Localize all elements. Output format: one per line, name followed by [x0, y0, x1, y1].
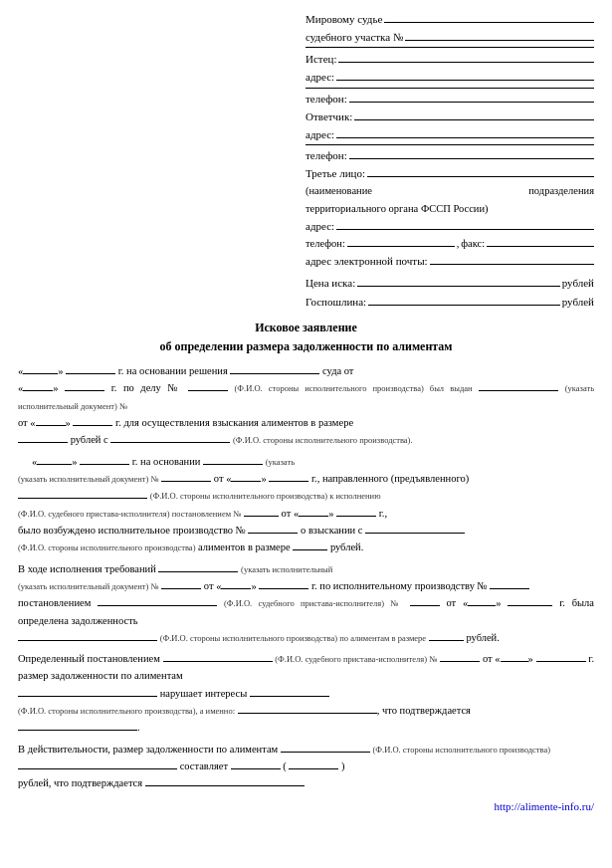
- judge-fill: [384, 22, 594, 23]
- p1-12: г. для осуществления взыскания алиментов…: [115, 417, 353, 428]
- p2-7: г., направленного (предъявленного): [311, 473, 469, 484]
- p3-exec: [158, 571, 238, 572]
- price-suffix: рублей: [562, 274, 594, 292]
- p2-15: (Ф.И.О. стороны исполнительного производ…: [18, 542, 195, 552]
- link-block[interactable]: http://alimente-info.ru/: [18, 800, 594, 812]
- p2-ipno: [248, 533, 298, 534]
- p5-4: (: [283, 760, 287, 771]
- p2-11: »: [328, 508, 333, 519]
- phone2-label: телефон:: [306, 146, 347, 164]
- p2-8: (Ф.И.О. стороны исполнительного производ…: [150, 491, 381, 501]
- p3-7: (Ф.И.О. судебного пристава-исполнителя) …: [224, 598, 403, 608]
- p5-6: рублей, что подтверждается: [18, 777, 142, 788]
- district-fill: [405, 40, 594, 41]
- header-row-plaintiff: Истец:: [306, 50, 594, 68]
- p2-quote2: »: [72, 456, 77, 467]
- address2-fill: [336, 137, 594, 138]
- p2-12: г.,: [379, 508, 387, 519]
- paragraph3: В ходе исполнения требований (указать ис…: [18, 560, 594, 647]
- price-fill: [357, 286, 559, 287]
- p1-5: «: [18, 382, 23, 393]
- naming-label: (наименование: [306, 182, 372, 199]
- third-label: Третье лицо:: [306, 164, 365, 182]
- p4-confirm: [18, 730, 137, 731]
- p4-year: [536, 661, 586, 662]
- p4-person: [163, 661, 273, 662]
- p2-day2: [231, 481, 261, 482]
- p5-amount: [231, 768, 281, 769]
- p1-year3: [73, 425, 112, 426]
- p3-day: [221, 588, 251, 589]
- p1-14: (Ф.И.О. стороны исполнительного производ…: [233, 435, 413, 445]
- p3-postno: [410, 605, 440, 606]
- defendant-label: Ответчик:: [306, 108, 352, 125]
- p4-2: (Ф.И.О. судебного пристава-исполнителя) …: [275, 654, 437, 664]
- duty-label: Госпошлина:: [306, 293, 366, 311]
- p3-3: от «: [204, 580, 222, 591]
- paragraph1: «» г. на основании решения суда от «» г.…: [18, 362, 594, 449]
- header-block: Мировому судье судебного участка № Истец…: [306, 10, 594, 270]
- p2-person2: [365, 533, 465, 534]
- email-fill: [430, 264, 594, 265]
- email-label: адрес электронной почты:: [306, 252, 428, 270]
- fax-label: факс:: [461, 235, 485, 252]
- p2-basis: [203, 464, 263, 465]
- p4-day: [501, 661, 528, 662]
- header-row-address3: адрес:: [306, 217, 594, 235]
- title-block: Исковое заявление об определении размера…: [18, 319, 594, 356]
- comma: ,: [457, 235, 460, 252]
- p3-amount: [429, 640, 464, 641]
- p3-2: (указать исполнительный документ) №: [18, 581, 159, 591]
- p3-6: постановлением: [18, 597, 91, 608]
- p4-8: нарушает интересы: [160, 688, 248, 699]
- title-line2: об определении размера задолженности по …: [18, 337, 594, 356]
- p1-10: от «: [18, 417, 36, 428]
- header-row-judge: Мировому судье: [306, 10, 594, 28]
- duty-suffix: рублей: [562, 293, 594, 311]
- p4-1: Определенный постановлением: [18, 653, 160, 664]
- territorial-row: территориального органа ФССП России): [306, 200, 594, 217]
- p5-3: составляет: [180, 760, 228, 771]
- p2-postno: [244, 516, 279, 517]
- p2-amount: [293, 549, 327, 550]
- price-block: Цена иска: рублей Госпошлина: рублей: [306, 274, 594, 310]
- phone3-label: телефон:: [306, 235, 345, 252]
- header-row-district: судебного участка №: [306, 28, 594, 46]
- site-link[interactable]: http://alimente-info.ru/: [494, 800, 594, 812]
- price-label: Цена иска:: [306, 274, 355, 292]
- p1-7: г. по делу №: [111, 382, 182, 393]
- p2-5: от «: [214, 473, 232, 484]
- p1-day3: [36, 425, 66, 426]
- p3-4: »: [251, 580, 256, 591]
- p1-13: рублей с: [71, 434, 108, 445]
- district-label: судебного участка №: [306, 28, 403, 46]
- p1-day: [23, 373, 58, 374]
- p5-1: В действительности, размер задолженности…: [18, 744, 278, 755]
- header-row-phone1: телефон:: [306, 90, 594, 108]
- p2-quote1: «: [32, 456, 37, 467]
- p2-year2: [269, 481, 308, 482]
- p2-year: [80, 464, 129, 465]
- page: Мировому судье судебного участка № Истец…: [0, 0, 612, 868]
- p5-2: (Ф.И.О. стороны исполнительного производ…: [373, 745, 550, 755]
- p4-namely: [238, 713, 377, 714]
- address1-fill: [336, 80, 594, 81]
- p2-4-label: (указать: [266, 457, 295, 467]
- plaintiff-label: Истец:: [306, 50, 336, 68]
- p2-day3: [299, 516, 328, 517]
- p1-person: [110, 442, 230, 443]
- p4-6: (Ф.И.О. стороны исполнительного производ…: [18, 706, 235, 716]
- p2-9: (Ф.И.О. судебного пристава-исполнителя) …: [18, 509, 241, 519]
- p3-11: (Ф.И.О. стороны исполнительного производ…: [160, 633, 427, 643]
- p1-exec-name: [479, 390, 558, 391]
- p4-debtor: [18, 696, 157, 697]
- phone1-label: телефон:: [306, 90, 347, 108]
- naming-value: подразделения: [528, 182, 594, 199]
- p2-4: (указать исполнительный документ) №: [18, 474, 159, 484]
- p1-quote1: «: [18, 365, 23, 376]
- paragraph4: Определенный постановлением (Ф.И.О. суде…: [18, 650, 594, 737]
- plaintiff-fill: [338, 62, 594, 63]
- p2-16: алиментов в размере: [198, 542, 291, 552]
- p4-dot: .: [137, 719, 140, 736]
- phone2-fill: [349, 158, 594, 159]
